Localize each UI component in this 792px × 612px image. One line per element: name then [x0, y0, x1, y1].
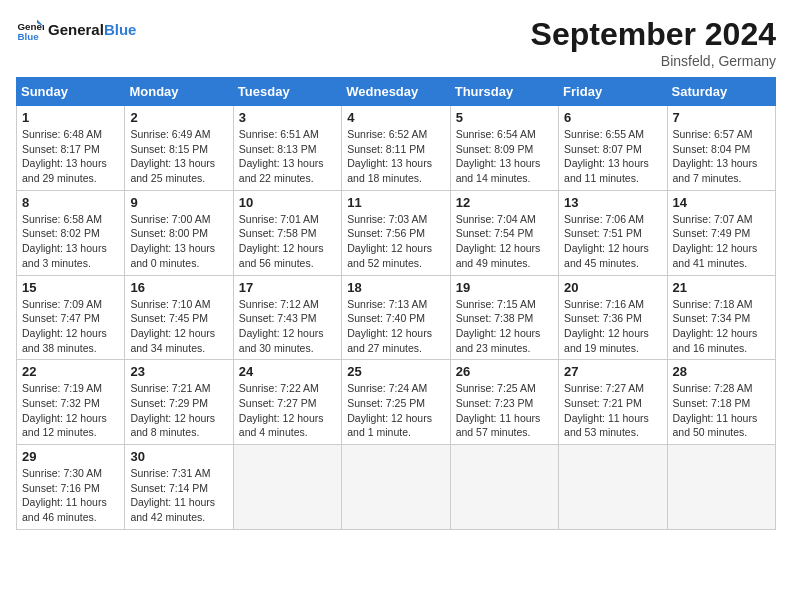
cell-info: Sunrise: 7:24 AM Sunset: 7:25 PM Dayligh…	[347, 381, 444, 440]
calendar-cell: 20Sunrise: 7:16 AM Sunset: 7:36 PM Dayli…	[559, 275, 667, 360]
calendar-cell: 28Sunrise: 7:28 AM Sunset: 7:18 PM Dayli…	[667, 360, 775, 445]
cell-info: Sunrise: 7:00 AM Sunset: 8:00 PM Dayligh…	[130, 212, 227, 271]
calendar-cell: 14Sunrise: 7:07 AM Sunset: 7:49 PM Dayli…	[667, 190, 775, 275]
cell-info: Sunrise: 6:57 AM Sunset: 8:04 PM Dayligh…	[673, 127, 770, 186]
calendar-cell: 1Sunrise: 6:48 AM Sunset: 8:17 PM Daylig…	[17, 106, 125, 191]
day-number: 9	[130, 195, 227, 210]
calendar-week-5: 29Sunrise: 7:30 AM Sunset: 7:16 PM Dayli…	[17, 445, 776, 530]
day-number: 4	[347, 110, 444, 125]
day-number: 24	[239, 364, 336, 379]
day-number: 1	[22, 110, 119, 125]
calendar-cell: 12Sunrise: 7:04 AM Sunset: 7:54 PM Dayli…	[450, 190, 558, 275]
cell-info: Sunrise: 7:19 AM Sunset: 7:32 PM Dayligh…	[22, 381, 119, 440]
day-number: 23	[130, 364, 227, 379]
calendar-cell: 19Sunrise: 7:15 AM Sunset: 7:38 PM Dayli…	[450, 275, 558, 360]
cell-info: Sunrise: 7:16 AM Sunset: 7:36 PM Dayligh…	[564, 297, 661, 356]
cell-info: Sunrise: 7:15 AM Sunset: 7:38 PM Dayligh…	[456, 297, 553, 356]
logo: General Blue GeneralBlue	[16, 16, 136, 44]
cell-info: Sunrise: 6:51 AM Sunset: 8:13 PM Dayligh…	[239, 127, 336, 186]
calendar-cell: 6Sunrise: 6:55 AM Sunset: 8:07 PM Daylig…	[559, 106, 667, 191]
calendar-body: 1Sunrise: 6:48 AM Sunset: 8:17 PM Daylig…	[17, 106, 776, 530]
day-number: 2	[130, 110, 227, 125]
cell-info: Sunrise: 6:58 AM Sunset: 8:02 PM Dayligh…	[22, 212, 119, 271]
cell-info: Sunrise: 6:48 AM Sunset: 8:17 PM Dayligh…	[22, 127, 119, 186]
header-tuesday: Tuesday	[233, 78, 341, 106]
cell-info: Sunrise: 7:22 AM Sunset: 7:27 PM Dayligh…	[239, 381, 336, 440]
cell-info: Sunrise: 7:06 AM Sunset: 7:51 PM Dayligh…	[564, 212, 661, 271]
calendar-header-row: SundayMondayTuesdayWednesdayThursdayFrid…	[17, 78, 776, 106]
calendar-cell: 23Sunrise: 7:21 AM Sunset: 7:29 PM Dayli…	[125, 360, 233, 445]
calendar-cell: 26Sunrise: 7:25 AM Sunset: 7:23 PM Dayli…	[450, 360, 558, 445]
calendar-cell: 15Sunrise: 7:09 AM Sunset: 7:47 PM Dayli…	[17, 275, 125, 360]
calendar-cell	[667, 445, 775, 530]
day-number: 26	[456, 364, 553, 379]
cell-info: Sunrise: 7:04 AM Sunset: 7:54 PM Dayligh…	[456, 212, 553, 271]
cell-info: Sunrise: 7:13 AM Sunset: 7:40 PM Dayligh…	[347, 297, 444, 356]
calendar-cell: 3Sunrise: 6:51 AM Sunset: 8:13 PM Daylig…	[233, 106, 341, 191]
calendar-cell: 17Sunrise: 7:12 AM Sunset: 7:43 PM Dayli…	[233, 275, 341, 360]
day-number: 5	[456, 110, 553, 125]
day-number: 15	[22, 280, 119, 295]
calendar-cell: 7Sunrise: 6:57 AM Sunset: 8:04 PM Daylig…	[667, 106, 775, 191]
day-number: 13	[564, 195, 661, 210]
cell-info: Sunrise: 7:18 AM Sunset: 7:34 PM Dayligh…	[673, 297, 770, 356]
day-number: 30	[130, 449, 227, 464]
calendar-cell: 9Sunrise: 7:00 AM Sunset: 8:00 PM Daylig…	[125, 190, 233, 275]
cell-info: Sunrise: 7:10 AM Sunset: 7:45 PM Dayligh…	[130, 297, 227, 356]
calendar-table: SundayMondayTuesdayWednesdayThursdayFrid…	[16, 77, 776, 530]
day-number: 17	[239, 280, 336, 295]
day-number: 25	[347, 364, 444, 379]
cell-info: Sunrise: 7:21 AM Sunset: 7:29 PM Dayligh…	[130, 381, 227, 440]
cell-info: Sunrise: 6:54 AM Sunset: 8:09 PM Dayligh…	[456, 127, 553, 186]
page-header: General Blue GeneralBlue September 2024 …	[16, 16, 776, 69]
day-number: 8	[22, 195, 119, 210]
calendar-cell	[559, 445, 667, 530]
logo-icon: General Blue	[16, 16, 44, 44]
calendar-cell: 10Sunrise: 7:01 AM Sunset: 7:58 PM Dayli…	[233, 190, 341, 275]
calendar-cell: 13Sunrise: 7:06 AM Sunset: 7:51 PM Dayli…	[559, 190, 667, 275]
calendar-cell	[450, 445, 558, 530]
calendar-cell	[342, 445, 450, 530]
svg-text:Blue: Blue	[17, 31, 39, 42]
header-saturday: Saturday	[667, 78, 775, 106]
calendar-cell: 27Sunrise: 7:27 AM Sunset: 7:21 PM Dayli…	[559, 360, 667, 445]
day-number: 22	[22, 364, 119, 379]
header-thursday: Thursday	[450, 78, 558, 106]
day-number: 10	[239, 195, 336, 210]
cell-info: Sunrise: 7:25 AM Sunset: 7:23 PM Dayligh…	[456, 381, 553, 440]
cell-info: Sunrise: 6:49 AM Sunset: 8:15 PM Dayligh…	[130, 127, 227, 186]
day-number: 18	[347, 280, 444, 295]
day-number: 3	[239, 110, 336, 125]
calendar-week-3: 15Sunrise: 7:09 AM Sunset: 7:47 PM Dayli…	[17, 275, 776, 360]
title-area: September 2024 Binsfeld, Germany	[531, 16, 776, 69]
day-number: 27	[564, 364, 661, 379]
calendar-cell: 30Sunrise: 7:31 AM Sunset: 7:14 PM Dayli…	[125, 445, 233, 530]
cell-info: Sunrise: 6:52 AM Sunset: 8:11 PM Dayligh…	[347, 127, 444, 186]
location: Binsfeld, Germany	[531, 53, 776, 69]
calendar-cell	[233, 445, 341, 530]
day-number: 7	[673, 110, 770, 125]
header-monday: Monday	[125, 78, 233, 106]
month-title: September 2024	[531, 16, 776, 53]
day-number: 6	[564, 110, 661, 125]
calendar-week-1: 1Sunrise: 6:48 AM Sunset: 8:17 PM Daylig…	[17, 106, 776, 191]
calendar-cell: 29Sunrise: 7:30 AM Sunset: 7:16 PM Dayli…	[17, 445, 125, 530]
day-number: 21	[673, 280, 770, 295]
logo-general: General	[48, 21, 104, 38]
calendar-cell: 5Sunrise: 6:54 AM Sunset: 8:09 PM Daylig…	[450, 106, 558, 191]
calendar-cell: 4Sunrise: 6:52 AM Sunset: 8:11 PM Daylig…	[342, 106, 450, 191]
cell-info: Sunrise: 6:55 AM Sunset: 8:07 PM Dayligh…	[564, 127, 661, 186]
calendar-cell: 18Sunrise: 7:13 AM Sunset: 7:40 PM Dayli…	[342, 275, 450, 360]
logo-blue: Blue	[104, 21, 137, 38]
day-number: 19	[456, 280, 553, 295]
calendar-cell: 2Sunrise: 6:49 AM Sunset: 8:15 PM Daylig…	[125, 106, 233, 191]
day-number: 20	[564, 280, 661, 295]
cell-info: Sunrise: 7:01 AM Sunset: 7:58 PM Dayligh…	[239, 212, 336, 271]
cell-info: Sunrise: 7:28 AM Sunset: 7:18 PM Dayligh…	[673, 381, 770, 440]
day-number: 16	[130, 280, 227, 295]
day-number: 11	[347, 195, 444, 210]
calendar-cell: 22Sunrise: 7:19 AM Sunset: 7:32 PM Dayli…	[17, 360, 125, 445]
cell-info: Sunrise: 7:31 AM Sunset: 7:14 PM Dayligh…	[130, 466, 227, 525]
cell-info: Sunrise: 7:09 AM Sunset: 7:47 PM Dayligh…	[22, 297, 119, 356]
cell-info: Sunrise: 7:27 AM Sunset: 7:21 PM Dayligh…	[564, 381, 661, 440]
